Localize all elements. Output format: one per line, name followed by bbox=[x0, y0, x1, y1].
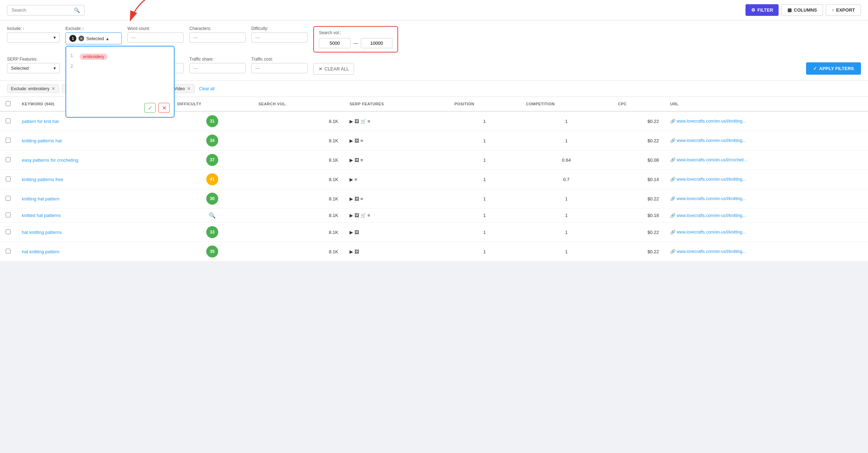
clear-all-x-icon: ✕ bbox=[319, 66, 322, 72]
difficulty-col-header[interactable]: DIFFICULTY bbox=[172, 97, 253, 111]
search-vol-cell: 8.1K bbox=[253, 150, 344, 170]
search-vol-min-input[interactable] bbox=[319, 38, 351, 48]
url-link[interactable]: 🔗 www.lovecrafts.com/en-us/l/knitting... bbox=[670, 213, 862, 218]
select-all-checkbox[interactable] bbox=[6, 101, 11, 106]
search-vol-cell: 8.1K bbox=[253, 209, 344, 223]
cpc-cell: $0.22 bbox=[612, 189, 665, 209]
url-link[interactable]: 🔗 www.lovecrafts.com/en-us/l/knitting... bbox=[670, 196, 862, 201]
row-checkbox-cell[interactable] bbox=[0, 223, 16, 242]
filter-tag-serp-remove[interactable]: ✕ bbox=[187, 86, 191, 91]
serp-feature-icon: ≡ bbox=[360, 196, 363, 201]
url-link[interactable]: 🔗 www.lovecrafts.com/en-us/l/knitting... bbox=[670, 138, 862, 143]
difficulty-cell: 30 bbox=[172, 189, 253, 209]
characters-filter-group: Characters: — bbox=[189, 26, 246, 43]
row-checkbox[interactable] bbox=[6, 249, 11, 254]
difficulty-badge: 30 bbox=[206, 193, 218, 205]
filter-button[interactable]: ⚙ FILTER bbox=[746, 4, 779, 16]
exclude-selected-label: Selected bbox=[86, 36, 104, 41]
exclude-select-button[interactable]: 1 ✕ Selected ▴ bbox=[65, 32, 122, 44]
url-link[interactable]: 🔗 www.lovecrafts.com/en-us/l/knitting... bbox=[670, 177, 862, 182]
checkmark-icon: ✓ bbox=[148, 105, 152, 111]
difficulty-cell: 33 bbox=[172, 223, 253, 242]
competition-col-header[interactable]: COMPETITION bbox=[520, 97, 612, 111]
serp-features-select[interactable]: Selected ▾ bbox=[7, 63, 60, 73]
serp-features-cell: ▶🖼≡ bbox=[344, 189, 449, 209]
exclude-badge-remove[interactable]: ✕ bbox=[78, 36, 84, 41]
keyword-link[interactable]: pattern for knit hat bbox=[22, 119, 59, 124]
row-checkbox[interactable] bbox=[6, 118, 11, 123]
keyword-link[interactable]: easy patterns for crocheting bbox=[22, 157, 78, 163]
exclude-cancel-button[interactable]: ✕ bbox=[158, 103, 170, 113]
serp-feature-icon: ≡ bbox=[360, 138, 363, 143]
apply-filters-button[interactable]: ✓ APPLY FILTERS bbox=[806, 62, 861, 75]
serp-feature-icon: ≡ bbox=[367, 213, 370, 218]
serp-feature-icon: ▶ bbox=[350, 177, 353, 182]
row-checkbox[interactable] bbox=[6, 229, 11, 234]
table-row: knitting hat pattern308.1K▶🖼≡11$0.22🔗 ww… bbox=[0, 189, 868, 209]
clear-all-button[interactable]: ✕ CLEAR ALL bbox=[313, 63, 354, 75]
position-cell: 1 bbox=[449, 189, 520, 209]
keyword-link[interactable]: knitting patterns hat bbox=[22, 138, 62, 143]
include-label: Include: i bbox=[7, 26, 60, 31]
position-col-header[interactable]: POSITION bbox=[449, 97, 520, 111]
row-checkbox[interactable] bbox=[6, 212, 11, 217]
cpc-cell: $0.22 bbox=[612, 131, 665, 150]
serp-feature-icon: ≡ bbox=[360, 157, 363, 163]
url-link[interactable]: 🔗 www.lovecrafts.com/en-us/l/knitting... bbox=[670, 230, 862, 235]
row-checkbox-cell[interactable] bbox=[0, 111, 16, 131]
select-all-header[interactable] bbox=[0, 97, 16, 111]
difficulty-filter-group: Difficulty: — bbox=[251, 26, 308, 43]
row-checkbox[interactable] bbox=[6, 176, 11, 181]
filter-tag-exclude: Exclude: embroidery ✕ bbox=[7, 84, 59, 93]
keywords-table: KEYWORD (940) DIFFICULTY SEARCH VOL. SER… bbox=[0, 97, 868, 261]
row-checkbox-cell[interactable] bbox=[0, 189, 16, 209]
row-checkbox-cell[interactable] bbox=[0, 242, 16, 261]
clear-all-wrapper: ✕ CLEAR ALL bbox=[313, 63, 354, 75]
difficulty-range[interactable]: — bbox=[251, 32, 308, 43]
keyword-cell: knitting patterns free bbox=[16, 170, 172, 189]
filter-tag-exclude-remove[interactable]: ✕ bbox=[51, 86, 55, 91]
url-cell: 🔗 www.lovecrafts.com/en-us/l/knitting... bbox=[665, 111, 868, 131]
word-count-range[interactable]: — bbox=[127, 32, 184, 43]
row-checkbox[interactable] bbox=[6, 157, 11, 162]
cpc-cell: $0.08 bbox=[612, 150, 665, 170]
characters-range[interactable]: — bbox=[189, 32, 246, 43]
row-checkbox[interactable] bbox=[6, 138, 11, 143]
serp-features-col-header[interactable]: SERP FEATURES bbox=[344, 97, 449, 111]
row-checkbox-cell[interactable] bbox=[0, 170, 16, 189]
clear-all-link[interactable]: Clear all bbox=[199, 86, 214, 91]
filter-area: Include: i ▾ Exclude: i 1 ✕ Selected ▴ bbox=[0, 20, 868, 81]
row-checkbox-cell[interactable] bbox=[0, 150, 16, 170]
search-box[interactable]: 🔍 bbox=[7, 5, 84, 15]
url-col-header[interactable]: URL bbox=[665, 97, 868, 111]
keyword-link[interactable]: knitting patterns free bbox=[22, 177, 63, 182]
row-checkbox[interactable] bbox=[6, 196, 11, 201]
cpc-col-header[interactable]: CPC bbox=[612, 97, 665, 111]
columns-button[interactable]: ▦ COLUMNS bbox=[781, 4, 823, 16]
include-select[interactable]: ▾ bbox=[7, 32, 60, 43]
search-vol-col-header[interactable]: SEARCH VOL. bbox=[253, 97, 344, 111]
exclude-confirm-button[interactable]: ✓ bbox=[144, 103, 156, 113]
keyword-link[interactable]: hat knitting patterns bbox=[22, 230, 62, 235]
traffic-cost-range[interactable]: — bbox=[251, 63, 308, 73]
table-row: knitting patterns free418.1K▶≡10.7$0.14🔗… bbox=[0, 170, 868, 189]
row-checkbox-cell[interactable] bbox=[0, 131, 16, 150]
competition-cell: 1 bbox=[520, 111, 612, 131]
keyword-link[interactable]: knitting hat pattern bbox=[22, 196, 59, 201]
export-button[interactable]: ↑ EXPORT bbox=[826, 4, 861, 16]
position-cell: 1 bbox=[449, 209, 520, 223]
row-checkbox-cell[interactable] bbox=[0, 209, 16, 223]
difficulty-cell: 41 bbox=[172, 170, 253, 189]
keyword-link[interactable]: knitted hat patterns bbox=[22, 213, 61, 218]
search-input[interactable] bbox=[12, 7, 73, 13]
table-row: knitted hat patterns🔍8.1K▶🖼🛒≡11$0.18🔗 ww… bbox=[0, 209, 868, 223]
keyword-link[interactable]: hat knitting pattern bbox=[22, 249, 59, 254]
exclude-dropdown-panel: 1. embroidery 2. ✓ ✕ bbox=[65, 46, 175, 118]
cpc-cell: $0.22 bbox=[612, 242, 665, 261]
url-link[interactable]: 🔗 www.lovecrafts.com/en-us/l/crochet/... bbox=[670, 157, 862, 162]
serp-feature-icon: ▶ bbox=[350, 249, 353, 254]
traffic-share-range[interactable]: — bbox=[189, 63, 246, 73]
url-link[interactable]: 🔗 www.lovecrafts.com/en-us/l/knitting... bbox=[670, 249, 862, 254]
url-link[interactable]: 🔗 www.lovecrafts.com/en-us/l/knitting... bbox=[670, 119, 862, 124]
search-vol-max-input[interactable] bbox=[361, 38, 392, 48]
